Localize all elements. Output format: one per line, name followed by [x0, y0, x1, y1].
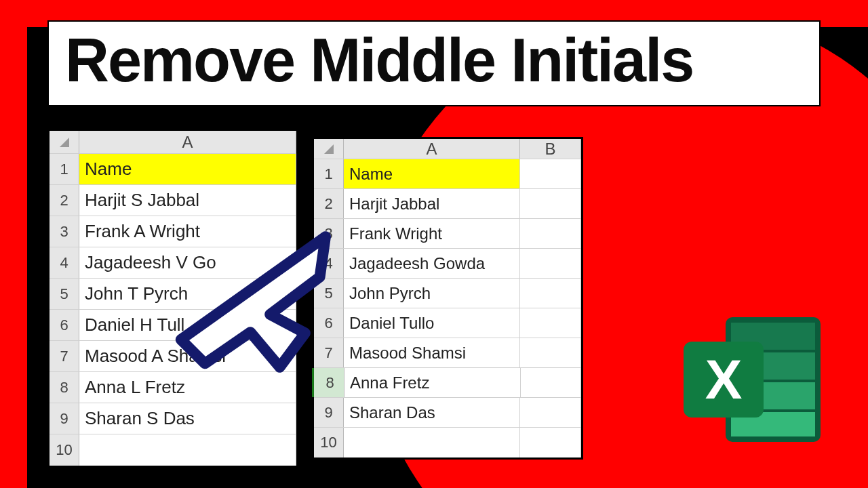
table-row: 4 Jagadeesh V Go — [50, 247, 296, 279]
row-header[interactable]: 1 — [50, 154, 79, 184]
row-header[interactable]: 10 — [50, 434, 79, 466]
sheet-before: A 1 Name 2 Harjit S Jabbal 3 Frank A Wri… — [47, 129, 298, 468]
row-header[interactable]: 7 — [50, 341, 79, 371]
data-cell[interactable] — [520, 219, 581, 248]
data-cell[interactable]: Masood A Shamsi — [79, 341, 296, 371]
row-header[interactable]: 3 — [50, 216, 79, 247]
row-header[interactable]: 8 — [312, 368, 344, 397]
data-cell[interactable]: Anna L Fretz — [79, 372, 296, 403]
data-cell[interactable]: Masood Shamsi — [344, 338, 520, 367]
data-cell[interactable] — [79, 434, 296, 466]
row-header[interactable]: 4 — [50, 247, 79, 278]
data-cell[interactable] — [520, 428, 581, 458]
data-cell[interactable] — [520, 189, 581, 218]
table-row: 1 Name — [314, 159, 581, 189]
decor-red-left — [0, 0, 27, 488]
data-cell[interactable] — [520, 398, 581, 427]
table-row: 8 Anna L Fretz — [50, 372, 296, 403]
data-cell[interactable]: Daniel H Tull — [79, 310, 296, 340]
col-header-a[interactable]: A — [344, 139, 520, 159]
data-cell[interactable]: Jagadeesh Gowda — [344, 249, 520, 278]
data-cell[interactable]: Harjit Jabbal — [344, 189, 520, 218]
header-cell[interactable]: Name — [344, 159, 520, 188]
row-header[interactable]: 6 — [314, 308, 344, 338]
data-cell[interactable]: Sharan S Das — [79, 403, 296, 434]
header-cell[interactable]: Name — [79, 154, 296, 184]
data-cell[interactable]: John T Pyrch — [79, 279, 296, 309]
row-header[interactable]: 8 — [50, 372, 79, 403]
table-row: 6 Daniel H Tull — [50, 310, 296, 341]
table-row: 3 Frank Wright — [314, 219, 581, 249]
page-title: Remove Middle Initials — [65, 26, 803, 96]
select-all-corner[interactable] — [314, 139, 344, 159]
select-all-corner[interactable] — [50, 131, 79, 153]
col-header-a[interactable]: A — [79, 131, 296, 153]
data-cell[interactable] — [520, 159, 581, 188]
table-row: 8 Anna Fretz — [314, 368, 581, 398]
row-header[interactable]: 5 — [314, 279, 344, 308]
table-row: 10 — [314, 428, 581, 458]
column-header-row: A B — [314, 139, 581, 159]
sheet-after: A B 1 Name 2 Harjit Jabbal 3 Frank Wrigh… — [312, 137, 583, 460]
table-row: 5 John Pyrch — [314, 279, 581, 308]
table-row: 4 Jagadeesh Gowda — [314, 249, 581, 279]
table-row: 9 Sharan S Das — [50, 403, 296, 434]
table-row: 7 Masood Shamsi — [314, 338, 581, 368]
data-cell[interactable]: Harjit S Jabbal — [79, 185, 296, 216]
row-header[interactable]: 2 — [314, 189, 344, 218]
table-row: 7 Masood A Shamsi — [50, 341, 296, 372]
row-header[interactable]: 9 — [50, 403, 79, 434]
excel-logo-icon: X — [678, 312, 827, 447]
data-cell[interactable]: Jagadeesh V Go — [79, 247, 296, 278]
row-header[interactable]: 1 — [314, 159, 344, 188]
data-cell[interactable] — [520, 308, 581, 338]
column-header-row: A — [50, 131, 296, 154]
svg-marker-0 — [60, 138, 69, 147]
table-row: 6 Daniel Tullo — [314, 308, 581, 338]
title-bar: Remove Middle Initials — [47, 20, 821, 106]
data-cell[interactable]: Anna Fretz — [344, 368, 521, 397]
table-row: 10 — [50, 434, 296, 466]
row-header[interactable]: 4 — [314, 249, 344, 278]
data-cell[interactable] — [344, 428, 520, 458]
data-cell[interactable]: Daniel Tullo — [344, 308, 520, 338]
row-header[interactable]: 5 — [50, 279, 79, 309]
row-header[interactable]: 10 — [314, 428, 344, 458]
table-row: 9 Sharan Das — [314, 398, 581, 428]
col-header-b[interactable]: B — [520, 139, 581, 159]
data-cell[interactable] — [520, 338, 581, 367]
table-row: 5 John T Pyrch — [50, 279, 296, 310]
data-cell[interactable] — [520, 249, 581, 278]
svg-marker-1 — [324, 144, 334, 154]
row-header[interactable]: 9 — [314, 398, 344, 427]
table-row: 2 Harjit S Jabbal — [50, 185, 296, 216]
row-header[interactable]: 2 — [50, 185, 79, 216]
data-cell[interactable] — [520, 279, 581, 308]
data-cell[interactable]: Frank Wright — [344, 219, 520, 248]
table-row: 1 Name — [50, 154, 296, 185]
data-cell[interactable]: John Pyrch — [344, 279, 520, 308]
table-row: 2 Harjit Jabbal — [314, 189, 581, 219]
data-cell[interactable] — [521, 368, 581, 397]
row-header[interactable]: 6 — [50, 310, 79, 340]
svg-text:X: X — [705, 348, 743, 410]
row-header[interactable]: 3 — [314, 219, 344, 248]
data-cell[interactable]: Frank A Wright — [79, 216, 296, 247]
table-row: 3 Frank A Wright — [50, 216, 296, 247]
row-header[interactable]: 7 — [314, 338, 344, 367]
data-cell[interactable]: Sharan Das — [344, 398, 520, 427]
